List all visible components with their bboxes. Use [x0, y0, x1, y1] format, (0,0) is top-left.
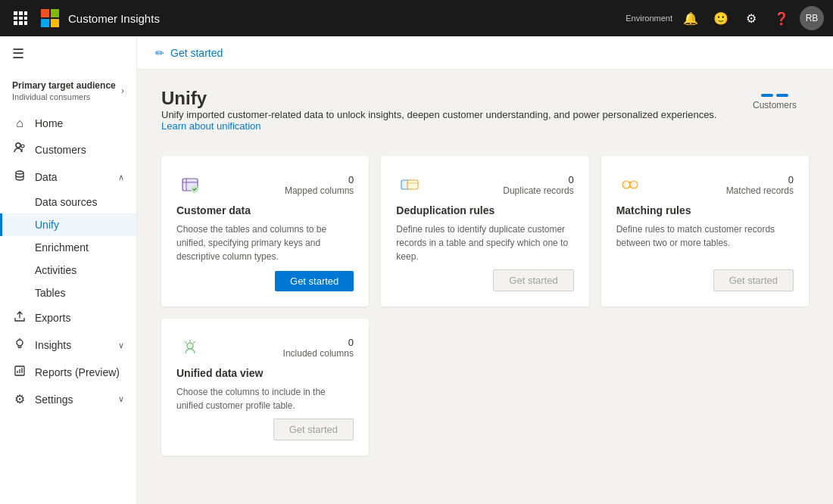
- help-icon[interactable]: ❓: [769, 6, 794, 30]
- content-area: ✏ Get started Unify Unify imported custo…: [137, 36, 833, 504]
- microsoft-logo: [41, 9, 59, 27]
- sidebar-hamburger[interactable]: ☰: [0, 36, 136, 71]
- subtitle-text: Unify imported customer-related data to …: [161, 109, 716, 120]
- data-label: Data: [35, 171, 111, 183]
- settings-nav-icon: ⚙: [12, 392, 27, 406]
- environment-label: Environment: [626, 13, 672, 23]
- sidebar-item-exports[interactable]: Exports: [0, 304, 136, 331]
- cards-grid-bottom: 0 Included columns Unified data view Cho…: [161, 319, 809, 456]
- dedup-count-label: Duplicate records: [432, 185, 573, 196]
- target-sub: Individual consumers: [12, 92, 116, 101]
- dedup-card-title: Deduplication rules: [396, 204, 573, 216]
- avatar[interactable]: RB: [800, 6, 824, 30]
- unified-action: Get started: [176, 418, 354, 440]
- topbar: Customer Insights Environment 🔔 🙂 ⚙ ❓ RB: [0, 0, 833, 36]
- card-header-dedup: 0 Duplicate records: [396, 171, 573, 198]
- customers-label: Customers: [35, 144, 124, 156]
- matching-description: Define rules to match customer records b…: [616, 222, 794, 263]
- sidebar-item-enrichment[interactable]: Enrichment: [0, 236, 136, 259]
- svg-point-12: [17, 340, 23, 346]
- card-header-unified: 0 Included columns: [176, 334, 354, 361]
- unified-count: 0: [348, 337, 354, 348]
- unified-description: Choose the columns to include in the uni…: [176, 385, 354, 412]
- insights-icon: [12, 338, 27, 353]
- svg-point-11: [16, 171, 23, 174]
- svg-rect-0: [14, 11, 17, 15]
- unified-get-started-button: Get started: [273, 418, 354, 440]
- matching-get-started-button: Get started: [713, 269, 794, 291]
- settings-expand-icon: ∨: [118, 394, 124, 404]
- customers-label: Customers: [753, 100, 797, 110]
- sidebar-item-tables[interactable]: Tables: [0, 282, 136, 304]
- customer-data-action: Get started: [176, 271, 354, 291]
- svg-rect-5: [24, 17, 27, 20]
- unified-card-title: Unified data view: [176, 367, 354, 379]
- app-title: Customer Insights: [68, 12, 616, 25]
- home-label: Home: [35, 117, 124, 129]
- home-icon: ⌂: [12, 117, 27, 130]
- card-header-customer: 0 Mapped columns: [176, 171, 354, 198]
- customer-data-title-area: 0 Mapped columns: [213, 174, 354, 196]
- svg-point-25: [622, 181, 630, 188]
- empty-space: [381, 319, 809, 456]
- page-header: Unify Unify imported customer-related da…: [161, 88, 809, 150]
- target-label: Primary target audience: [12, 80, 116, 91]
- sidebar-item-unify[interactable]: Unify: [0, 213, 136, 236]
- matching-count-row: 0: [653, 174, 794, 185]
- smiley-icon[interactable]: 🙂: [709, 6, 733, 30]
- dedup-title-area: 0 Duplicate records: [432, 174, 573, 196]
- customer-data-count-row: 0: [213, 174, 354, 185]
- waffle-menu[interactable]: [9, 11, 32, 25]
- sidebar-item-data[interactable]: Data ∧: [0, 163, 136, 191]
- settings-label: Settings: [35, 394, 111, 406]
- sidebar-item-customers[interactable]: Customers: [0, 136, 136, 163]
- breadcrumb-link[interactable]: Get started: [170, 47, 223, 59]
- matching-icon: [616, 171, 644, 198]
- page-content: Unify Unify imported customer-related da…: [137, 70, 833, 504]
- customers-indicator: Customers: [741, 88, 809, 117]
- matching-card: 0 Matched records Matching rules Define …: [601, 156, 809, 306]
- dedup-action: Get started: [396, 269, 573, 291]
- matching-card-title: Matching rules: [616, 204, 794, 216]
- dedup-get-started-button: Get started: [493, 269, 573, 291]
- sidebar-item-data-sources[interactable]: Data sources: [0, 191, 136, 213]
- svg-point-9: [16, 143, 20, 148]
- sidebar-item-insights[interactable]: Insights ∨: [0, 331, 136, 359]
- target-audience-selector[interactable]: Primary target audience Individual consu…: [0, 71, 136, 107]
- customer-data-card: 0 Mapped columns Customer data Choose th…: [161, 156, 369, 306]
- svg-point-26: [630, 181, 638, 188]
- cards-grid: 0 Mapped columns Customer data Choose th…: [161, 156, 809, 306]
- svg-rect-4: [19, 17, 23, 20]
- unified-icon: [176, 334, 204, 361]
- sidebar-item-activities[interactable]: Activities: [0, 259, 136, 282]
- unified-data-view-card: 0 Included columns Unified data view Cho…: [161, 319, 369, 456]
- bell-icon[interactable]: 🔔: [679, 6, 703, 30]
- sidebar-nav: ⌂ Home Customers: [0, 110, 136, 412]
- settings-icon[interactable]: ⚙: [739, 6, 763, 30]
- matching-count: 0: [788, 174, 794, 185]
- topbar-right: Environment 🔔 🙂 ⚙ ❓ RB: [626, 6, 824, 30]
- data-expand-icon: ∧: [118, 173, 124, 182]
- insights-label: Insights: [35, 339, 111, 351]
- edit-icon: ✏: [155, 47, 164, 59]
- customers-bar-1: [761, 94, 773, 97]
- svg-rect-23: [407, 180, 418, 189]
- sidebar-item-settings[interactable]: ⚙ Settings ∨: [0, 386, 136, 412]
- data-icon: [12, 170, 27, 185]
- target-arrow: ›: [121, 86, 124, 96]
- customer-data-get-started-button[interactable]: Get started: [275, 271, 354, 291]
- svg-rect-6: [14, 21, 17, 25]
- customer-data-icon: [176, 171, 204, 198]
- sidebar-item-home[interactable]: ⌂ Home: [0, 110, 136, 136]
- svg-point-21: [191, 185, 198, 193]
- reports-icon: [12, 365, 27, 380]
- target-audience-info: Primary target audience Individual consu…: [12, 80, 116, 101]
- svg-point-27: [187, 343, 193, 349]
- customers-bars: [761, 94, 788, 97]
- svg-rect-8: [24, 21, 27, 25]
- svg-rect-3: [14, 17, 17, 20]
- sidebar-item-reports[interactable]: Reports (Preview): [0, 359, 136, 386]
- page-title: Unify: [161, 88, 741, 109]
- learn-link[interactable]: Learn about unification: [161, 120, 261, 132]
- title-area: Unify Unify imported customer-related da…: [161, 88, 741, 150]
